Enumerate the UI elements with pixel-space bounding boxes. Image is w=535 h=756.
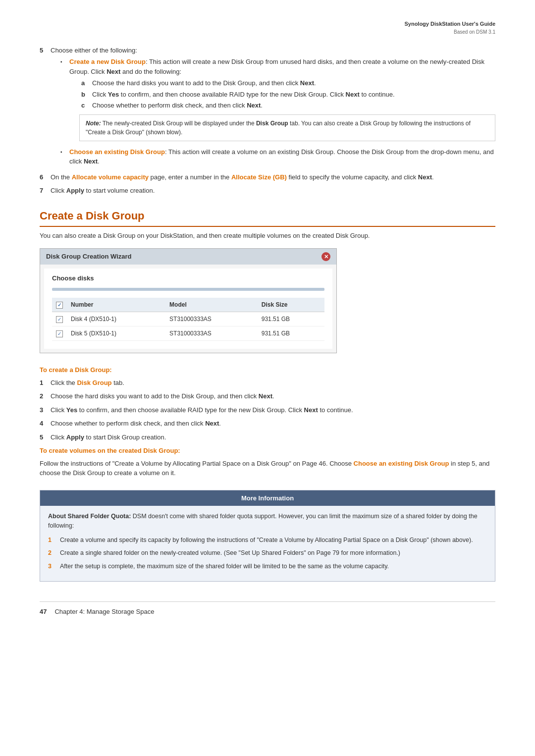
more-info-list: 1 Create a volume and specify its capaci… [48,536,487,571]
to-create-step-4: 4 Choose whether to perform disk check, … [40,419,495,429]
sub-c-text: Choose whether to perform disk check, an… [92,101,263,110]
wizard-col-model: Model [165,298,258,312]
sub-a-label: a [81,78,89,88]
guide-sub: Based on DSM 3.1 [40,28,495,36]
note-disk-group: Disk Group [256,120,288,127]
note-label: Note: [86,120,101,127]
wizard-subtitle: Choose disks [52,273,324,283]
step-7: 7 Click Apply to start volume creation. [40,186,495,196]
sub-c-next: Next [247,102,261,109]
more-info-step-1-text: Create a volume and specify its capacity… [60,536,473,545]
to-create-3-yes: Yes [66,406,77,414]
sub-a-text: Choose the hard disks you want to add to… [92,78,316,88]
sub-step-c: c Choose whether to perform disk check, … [81,101,495,110]
wizard-table-row: ✓ Disk 5 (DX510-1) ST31000333AS 931.51 G… [52,326,324,341]
more-info-body: About Shared Folder Quota: DSM doesn't c… [40,506,495,581]
step-7-num: 7 [40,186,48,196]
step-6-orange2: Allocate Size (GB) [231,173,287,181]
sub-a-next: Next [300,79,314,87]
bullet-2-content: Choose an existing Disk Group: This acti… [69,147,495,166]
row-0-checkbox[interactable]: ✓ [56,316,63,323]
row-1-model: ST31000333AS [165,326,258,341]
sub-steps: a Choose the hard disks you want to add … [81,78,495,110]
wizard-close-button[interactable]: ✕ [321,252,330,261]
sub-b-label: b [81,90,89,100]
bullet-2-label: Choose an existing Disk Group [69,148,165,156]
step-6-next: Next [418,173,432,181]
wizard-col-number: Number [67,298,165,312]
more-info-step-3-num: 3 [48,562,57,571]
create-disk-group-intro: You can also create a Disk Group on your… [40,231,495,241]
row-checkbox-cell: ✓ [52,312,67,326]
more-info-header: More Information [40,490,495,506]
step-6-text: On the Allocate volume capacity page, en… [51,173,434,181]
bullet-1-next: Next [107,68,120,75]
bullet-1-suffix: and do the following: [120,68,181,75]
to-create-4-next: Next [205,420,219,427]
choose-existing-link: Choose an existing Disk Group [354,460,449,467]
to-create-step-2: 2 Choose the hard disks you want to add … [40,391,495,401]
bullet-1-content: Create a new Disk Group: This action wil… [69,57,495,145]
bullet-1-marker: ▪ [60,57,67,65]
step-6-orange1: Allocate volume capacity [72,173,149,181]
step-7-apply: Apply [66,187,84,194]
to-create-1-num: 1 [40,378,48,388]
more-info-step-3: 3 After the setup is complete, the maxim… [48,562,487,571]
to-create-5-apply: Apply [66,433,84,441]
step-5-text: Choose either of the following: [51,47,137,54]
more-info-step-3-text: After the setup is complete, the maximum… [60,562,389,571]
note-box: Note: The newly-created Disk Group will … [79,114,495,141]
bullet-1: ▪ Create a new Disk Group: This action w… [60,57,495,145]
step-7-text: Click Apply to start volume creation. [51,187,155,194]
more-info-bold-intro: About Shared Folder Quota: [48,513,131,520]
guide-title: Synology DiskStation User's Guide [40,20,495,28]
page-header: Synology DiskStation User's Guide Based … [40,20,495,36]
to-create-4-num: 4 [40,419,48,429]
bullet-1-label: Create a new Disk Group [69,58,146,65]
wizard-col-size: Disk Size [258,298,324,312]
row-1-checkbox[interactable]: ✓ [56,330,63,337]
step-6: 6 On the Allocate volume capacity page, … [40,172,495,182]
more-info-step-1: 1 Create a volume and specify its capaci… [48,536,487,545]
create-disk-group-heading: Create a Disk Group [40,208,495,227]
to-create-3-num: 3 [40,405,48,415]
footer-chapter: Chapter 4: Manage Storage Space [54,607,154,617]
row-1-number: Disk 5 (DX510-1) [67,326,165,341]
wizard-table: ✓ Number Model Disk Size ✓ Disk 4 (DX510… [52,298,324,341]
wizard-col-checkbox: ✓ [52,298,67,312]
wizard-table-header-row: ✓ Number Model Disk Size [52,298,324,312]
more-info-box: More Information About Shared Folder Quo… [40,490,495,582]
to-create-2-next: Next [259,392,272,400]
to-create-step-1: 1 Click the Disk Group tab. [40,378,495,388]
more-info-step-1-num: 1 [48,536,57,545]
row-0-model: ST31000333AS [165,312,258,326]
to-create-step-3: 3 Click Yes to confirm, and then choose … [40,405,495,415]
row-checkbox-cell: ✓ [52,326,67,341]
bullet-2: ▪ Choose an existing Disk Group: This ac… [60,147,495,166]
header-checkbox[interactable]: ✓ [56,302,63,309]
sub-c-label: c [81,101,89,110]
footer-page: 47 [40,607,47,617]
step-5: 5 Choose either of the following: ▪ Crea… [40,46,495,168]
wizard-progress-bar [52,288,324,291]
step-7-content: Click Apply to start volume creation. [51,186,495,196]
wizard-table-row: ✓ Disk 4 (DX510-1) ST31000333AS 931.51 G… [52,312,324,326]
sub-step-a: a Choose the hard disks you want to add … [81,78,495,88]
sub-step-b: b Click Yes to confirm, and then choose … [81,90,495,100]
bullet-list: ▪ Create a new Disk Group: This action w… [60,57,495,166]
step-6-content: On the Allocate volume capacity page, en… [51,172,495,182]
step-5-num: 5 [40,46,48,55]
to-create-2-num: 2 [40,391,48,401]
step-5-content: Choose either of the following: ▪ Create… [51,46,495,168]
wizard-body: Choose disks ✓ Number Model Disk Size ✓ … [44,269,332,349]
more-info-step-2-text: Create a single shared folder on the new… [60,548,400,558]
sub-b-next: Next [346,91,360,98]
note-text: The newly-created Disk Group will be dis… [101,120,256,127]
more-info-step-2-num: 2 [48,548,57,558]
footer: 47 Chapter 4: Manage Storage Space [40,601,495,617]
to-create-3-next: Next [304,406,318,414]
disk-group-tab-link: Disk Group [77,379,111,386]
sub-b-yes: Yes [108,91,119,98]
row-0-number: Disk 4 (DX510-1) [67,312,165,326]
to-create-heading: To create a Disk Group: [40,365,495,375]
